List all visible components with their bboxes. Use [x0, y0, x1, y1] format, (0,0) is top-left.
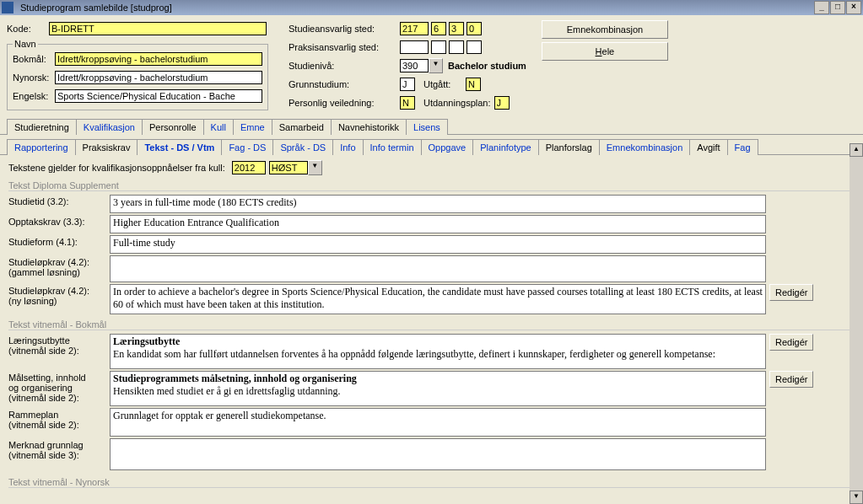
- chevron-down-icon[interactable]: ▼: [308, 160, 322, 175]
- section-diploma-supplement: Tekst Diploma Supplement: [8, 180, 855, 191]
- utgatt-label: Utgått:: [423, 79, 466, 89]
- grunnstudium-label: Grunnstudium:: [289, 79, 400, 89]
- filter-term-dropdown[interactable]: ▼: [269, 160, 322, 175]
- tab-emnekombinasjon[interactable]: Emnekombinasjon: [599, 139, 691, 155]
- studieniva-dropdown[interactable]: ▼: [400, 58, 443, 73]
- studieform-value[interactable]: Full-time study: [110, 235, 766, 254]
- app-icon: [2, 2, 13, 13]
- tab-samarbeid[interactable]: Samarbeid: [272, 119, 332, 135]
- tab-spr-k-ds[interactable]: Språk - DS: [272, 139, 333, 155]
- navn-legend: Navn: [13, 39, 38, 49]
- tab-planinfotype[interactable]: Planinfotype: [472, 139, 539, 155]
- praksisansvarlig-input-4[interactable]: [467, 40, 482, 54]
- personlig-label: Personlig veiledning:: [289, 98, 400, 108]
- laering-value[interactable]: Læringsutbytte En kandidat som har fullf…: [110, 334, 766, 369]
- emnekombinasjon-button[interactable]: Emnekombinasjon: [542, 20, 668, 39]
- merknad-label: Merknad grunnlag (vitnemål side 3):: [8, 438, 110, 460]
- tab-rapportering[interactable]: Rapportering: [7, 139, 76, 155]
- studietid-label: Studietid (3.2):: [8, 195, 110, 206]
- tab-fag[interactable]: Fag: [727, 139, 758, 155]
- rediger-button[interactable]: Redigér: [769, 334, 813, 351]
- tab-avgift[interactable]: Avgift: [689, 139, 727, 155]
- studietid-value[interactable]: 3 years in full-time mode (180 ECTS cred…: [110, 195, 766, 213]
- studieansvarlig-input-4[interactable]: [467, 22, 482, 35]
- praksisansvarlig-input-3[interactable]: [449, 40, 464, 54]
- studielop-old-value[interactable]: [110, 255, 766, 282]
- malsetting-value[interactable]: Studieprogrammets målsetning, innhold og…: [110, 371, 766, 406]
- engelsk-input[interactable]: [55, 89, 262, 103]
- studieansvarlig-input-1[interactable]: [400, 22, 429, 35]
- kode-input[interactable]: [49, 22, 267, 35]
- tab-info[interactable]: Info: [332, 139, 363, 155]
- rammeplan-label: Rammeplan (vitnemål side 2):: [8, 408, 110, 430]
- kode-label: Kode:: [7, 24, 49, 34]
- malsetting-label: Målsetting, innhold og organisering (vit…: [8, 371, 110, 403]
- studieansvarlig-input-3[interactable]: [449, 22, 464, 35]
- utgatt-input[interactable]: [466, 78, 481, 91]
- close-button[interactable]: ×: [846, 1, 861, 14]
- utdplan-label: Utdanningsplan:: [423, 98, 491, 108]
- utdplan-input[interactable]: [494, 96, 510, 110]
- tab-navnehistorikk[interactable]: Navnehistorikk: [331, 119, 407, 135]
- filter-year-input[interactable]: [232, 161, 266, 174]
- bokmal-input[interactable]: [55, 52, 262, 66]
- opptak-value[interactable]: Higher Education Entrance Qualification: [110, 215, 766, 233]
- minimize-button[interactable]: _: [814, 1, 829, 14]
- nynorsk-label: Nynorsk:: [13, 72, 55, 83]
- filter-term-input[interactable]: [269, 161, 308, 174]
- tab-personrolle[interactable]: Personrolle: [142, 119, 204, 135]
- praksisansvarlig-input-1[interactable]: [400, 40, 429, 54]
- tab-kvalifikasjon[interactable]: Kvalifikasjon: [76, 119, 143, 135]
- navn-fieldset: Navn Bokmål: Nynorsk: Engelsk:: [7, 39, 268, 110]
- studieniva-text: Bachelor studium: [448, 61, 526, 71]
- studielop-old-label: Studieløpkrav (4.2): (gammel løsning): [8, 255, 110, 277]
- section-vitnemal-bokmal: Tekst vitnemål - Bokmål: [8, 319, 855, 330]
- studieniva-label: Studienivå:: [289, 61, 400, 71]
- praksisansvarlig-label: Praksisansvarlig sted:: [289, 42, 400, 52]
- vertical-scrollbar[interactable]: ▲ ▼: [850, 143, 863, 504]
- tab-kull[interactable]: Kull: [203, 119, 234, 135]
- hele-button[interactable]: Hele: [542, 42, 668, 61]
- personlig-input[interactable]: [400, 96, 415, 110]
- studieansvarlig-label: Studieansvarlig sted:: [289, 24, 400, 34]
- praksisansvarlig-input-2[interactable]: [431, 40, 446, 54]
- scroll-down-button[interactable]: ▼: [850, 491, 863, 504]
- tab-praksiskrav[interactable]: Praksiskrav: [75, 139, 138, 155]
- maximize-button[interactable]: □: [830, 1, 845, 14]
- tab-studieretning[interactable]: Studieretning: [7, 119, 77, 135]
- rammeplan-value[interactable]: Grunnlaget for opptak er generell studie…: [110, 408, 766, 437]
- tab-lisens[interactable]: Lisens: [406, 119, 448, 135]
- rediger-button[interactable]: Redigér: [769, 284, 813, 301]
- scroll-up-button[interactable]: ▲: [850, 143, 863, 157]
- section-vitnemal-nynorsk: Tekst vitnemål - Nynorsk: [8, 477, 855, 488]
- tab-planforslag[interactable]: Planforslag: [538, 139, 600, 155]
- laering-label: Læringsutbytte (vitnemål side 2):: [8, 334, 110, 356]
- tab-tekst-ds-vtm[interactable]: Tekst - DS / Vtm: [137, 139, 222, 155]
- tab-fag-ds[interactable]: Fag - DS: [221, 139, 273, 155]
- grunnstudium-input[interactable]: [400, 78, 415, 91]
- studieform-label: Studieform (4.1):: [8, 235, 110, 247]
- tab-emne[interactable]: Emne: [233, 119, 272, 135]
- studieansvarlig-input-2[interactable]: [431, 22, 446, 35]
- tabs-row-1: StudieretningKvalifikasjonPersonrolleKul…: [0, 118, 863, 135]
- studielop-new-label: Studieløpkrav (4.2): (ny løsning): [8, 284, 110, 306]
- engelsk-label: Engelsk:: [13, 91, 55, 101]
- window-title: Studieprogram samlebilde [studprog]: [17, 3, 813, 13]
- filter-label: Tekstene gjelder for kvalifikasjonsoppnå…: [8, 163, 225, 173]
- tab-info-termin[interactable]: Info termin: [363, 139, 422, 155]
- bokmal-label: Bokmål:: [13, 54, 55, 64]
- chevron-down-icon[interactable]: ▼: [429, 58, 443, 73]
- studieniva-input[interactable]: [400, 59, 429, 72]
- titlebar: Studieprogram samlebilde [studprog] _ □ …: [0, 0, 863, 15]
- merknad-value[interactable]: [110, 438, 766, 470]
- nynorsk-input[interactable]: [55, 71, 262, 84]
- tabs-row-2: RapporteringPraksiskravTekst - DS / VtmF…: [0, 138, 863, 155]
- rediger-button[interactable]: Redigér: [769, 371, 813, 388]
- tab-oppgave[interactable]: Oppgave: [421, 139, 474, 155]
- studielop-new-value[interactable]: In order to achieve a bachelor's degree …: [110, 284, 766, 314]
- opptak-label: Opptakskrav (3.3):: [8, 215, 110, 227]
